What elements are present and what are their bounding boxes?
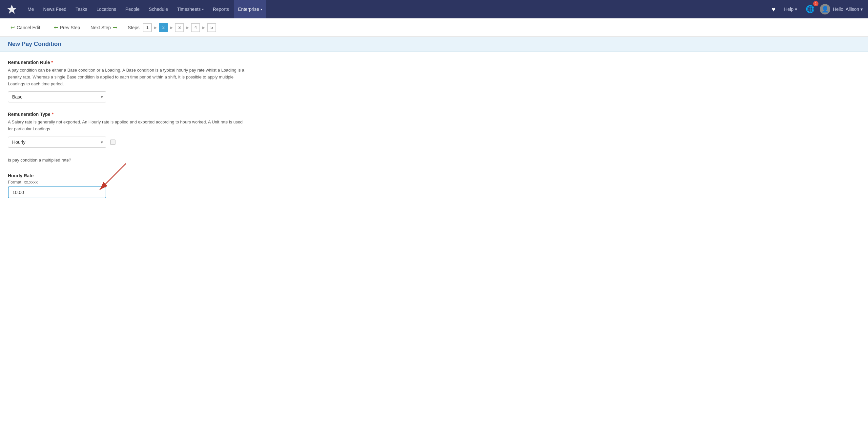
user-dropdown-arrow: ▾ (861, 6, 863, 12)
remuneration-type-section: Remuneration Type * A Salary rate is gen… (8, 112, 248, 148)
form-content: Remuneration Rule * A pay condition can … (0, 52, 256, 215)
remuneration-rule-required: * (51, 60, 53, 65)
step-arrow-2: ▶ (170, 25, 173, 30)
nav-item-timesheets[interactable]: Timesheets ▾ (173, 0, 208, 19)
remuneration-type-checkbox[interactable] (110, 140, 116, 145)
prev-step-button[interactable]: ⬅ Prev Step (49, 19, 85, 37)
step-3[interactable]: 3 (175, 23, 184, 32)
toolbar-divider-2 (124, 22, 124, 33)
remuneration-type-select[interactable]: Hourly Salary Unit (8, 137, 106, 148)
remuneration-type-required: * (52, 112, 54, 117)
avatar[interactable]: 👤 (820, 4, 830, 14)
steps-container: Steps 1 ▶ 2 ▶ 3 ▶ 4 ▶ 5 (128, 23, 217, 32)
nav-item-enterprise[interactable]: Enterprise ▾ (234, 0, 266, 19)
timesheets-dropdown-arrow: ▾ (202, 7, 204, 11)
nav-item-newsfeed[interactable]: News Feed (39, 0, 70, 19)
next-step-icon: ➡ (113, 24, 117, 31)
nav-right-section: ♥ Help ▾ 🌐 1 👤 Hello, Allison ▾ (769, 2, 863, 16)
remuneration-type-label: Remuneration Type * (8, 112, 248, 117)
step-4[interactable]: 4 (191, 23, 200, 32)
step-5[interactable]: 5 (207, 23, 216, 32)
step-arrow-4: ▶ (202, 25, 205, 30)
next-step-button[interactable]: Next Step ➡ (85, 19, 122, 37)
remuneration-rule-select-wrapper: Base Loading ▾ (8, 91, 106, 103)
toolbar: ↩ Cancel Edit ⬅ Prev Step Next Step ➡ St… (0, 19, 868, 37)
step-arrow-3: ▶ (186, 25, 189, 30)
remuneration-rule-desc: A pay condition can be either a Base con… (8, 67, 248, 87)
help-button[interactable]: Help ▾ (781, 6, 800, 12)
multiplied-rate-section: Is pay condition a multiplied rate? (8, 157, 248, 164)
step-2[interactable]: 2 (159, 23, 168, 32)
page-header: New Pay Condition (0, 37, 868, 52)
nav-bar: Me News Feed Tasks Locations People Sche… (0, 0, 868, 19)
hourly-rate-label: Hourly Rate (8, 173, 248, 178)
svg-marker-0 (7, 5, 17, 14)
hourly-rate-input[interactable] (8, 186, 106, 198)
language-button[interactable]: 🌐 1 (803, 2, 817, 16)
hourly-rate-format-hint: Format: xx.xxxx (8, 180, 248, 184)
hourly-rate-section: Hourly Rate Format: xx.xxxx (8, 173, 248, 198)
page-title: New Pay Condition (8, 41, 860, 48)
nav-item-tasks[interactable]: Tasks (71, 0, 91, 19)
remuneration-type-select-wrapper: Hourly Salary Unit ▾ (8, 137, 106, 148)
remuneration-rule-label: Remuneration Rule * (8, 60, 248, 65)
remuneration-type-row: Hourly Salary Unit ▾ (8, 137, 248, 148)
nav-item-reports[interactable]: Reports (209, 0, 233, 19)
steps-label: Steps (128, 25, 140, 30)
nav-item-schedule[interactable]: Schedule (145, 0, 172, 19)
nav-item-people[interactable]: People (121, 0, 144, 19)
toolbar-divider-1 (47, 22, 47, 33)
cancel-edit-button[interactable]: ↩ Cancel Edit (5, 19, 45, 37)
nav-item-me[interactable]: Me (24, 0, 38, 19)
remuneration-type-desc: A Salary rate is generally not exported.… (8, 119, 248, 133)
notification-badge: 1 (813, 1, 818, 6)
nav-logo[interactable] (5, 3, 19, 16)
step-1[interactable]: 1 (143, 23, 152, 32)
step-arrow-1: ▶ (154, 25, 157, 30)
multiplied-rate-label: Is pay condition a multiplied rate? (8, 157, 248, 164)
prev-step-icon: ⬅ (54, 24, 58, 31)
remuneration-rule-section: Remuneration Rule * A pay condition can … (8, 60, 248, 103)
nav-item-locations[interactable]: Locations (93, 0, 120, 19)
enterprise-dropdown-arrow: ▾ (260, 7, 262, 11)
cancel-edit-icon: ↩ (10, 24, 15, 31)
favorites-button[interactable]: ♥ (769, 3, 778, 16)
help-dropdown-arrow: ▾ (795, 6, 797, 12)
remuneration-rule-select[interactable]: Base Loading (8, 91, 106, 103)
user-greeting[interactable]: Hello, Allison ▾ (833, 6, 863, 12)
